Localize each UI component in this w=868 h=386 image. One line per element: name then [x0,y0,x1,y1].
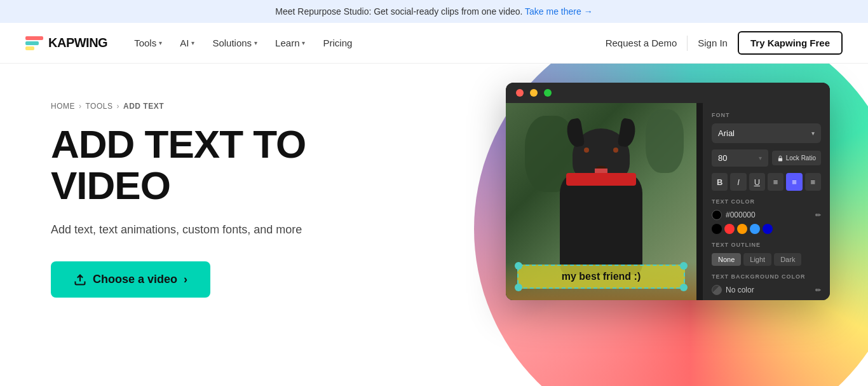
swatch-orange[interactable] [737,224,747,234]
font-label: FONT [712,112,821,118]
swatch-blue[interactable] [750,224,760,234]
dog-ear-right [617,118,637,148]
window-close-dot [516,89,524,97]
breadcrumb-current: ADD TEXT [123,102,164,111]
text-bg-color-section: TEXT BACKGROUND COLOR No color ✏ [712,273,821,295]
logo[interactable]: KAPWING [25,36,107,50]
nav-learn[interactable]: Learn ▾ [268,32,313,53]
navbar: KAPWING Tools ▾ AI ▾ Solutions ▾ Learn ▾… [0,23,868,64]
text-overlay[interactable]: my best friend :) [517,265,685,289]
swatch-black[interactable] [712,224,722,234]
nav-links: Tools ▾ AI ▾ Solutions ▾ Learn ▾ Pricing [126,32,606,53]
outline-buttons: None Light Dark [712,253,821,266]
format-row: B I U ≡ ≡ ≡ [712,173,821,191]
request-demo-link[interactable]: Request a Demo [606,38,677,48]
svg-rect-1 [778,158,782,161]
window-minimize-dot [530,89,538,97]
logo-icon [25,36,43,50]
font-selector[interactable]: Arial ▾ [712,123,821,143]
video-preview[interactable]: my best friend :) [506,103,696,300]
upload-icon [74,273,86,286]
dog-eye-left [584,148,589,153]
chevron-down-icon: ▾ [302,39,305,46]
dog-eye-right [613,148,618,153]
text-bg-label: TEXT BACKGROUND COLOR [712,273,821,280]
bg-color-row: No color ✏ [712,285,821,295]
font-size-input[interactable]: 80 ▾ [712,149,768,167]
breadcrumb-home[interactable]: HOME [51,102,75,111]
try-free-button[interactable]: Try Kapwing Free [738,31,843,55]
hex-value: #000000 [726,210,756,219]
nav-right: Request a Demo Sign In Try Kapwing Free [606,31,843,55]
editor-mockup: my best friend :) FONT Arial ▾ [506,83,830,300]
size-arrows: ▾ [759,155,762,162]
breadcrumb-sep2: › [116,102,119,111]
breadcrumb-sep: › [79,102,82,111]
eyedropper-icon-2[interactable]: ✏ [815,286,821,294]
underline-button[interactable]: U [749,173,765,191]
choose-video-button[interactable]: Choose a video › [51,261,210,298]
nav-divider [687,36,688,51]
top-banner: Meet Repurpose Studio: Get social-ready … [0,0,868,23]
page-title: ADD TEXT TO VIDEO [51,123,306,206]
window-expand-dot [544,89,552,97]
swatch-red[interactable] [724,224,735,234]
nav-ai[interactable]: AI ▾ [172,32,202,53]
text-color-section: TEXT COLOR #000000 ✏ [712,198,821,234]
no-color-swatch[interactable] [712,285,722,295]
bold-button[interactable]: B [712,173,728,191]
color-value-row: #000000 ✏ [712,210,821,220]
dog-body [560,173,642,275]
editor-content: my best friend :) FONT Arial ▾ [506,103,830,300]
breadcrumb-tools[interactable]: TOOLS [86,102,113,111]
handle-bl[interactable] [515,284,522,291]
color-swatch-black[interactable] [712,210,722,220]
chevron-down-icon: ▾ [254,39,257,46]
eyedropper-icon[interactable]: ✏ [815,211,821,219]
align-left-button[interactable]: ≡ [768,173,783,191]
lock-ratio-button[interactable]: Lock Ratio [772,151,821,165]
banner-link[interactable]: Take me there → [525,6,593,17]
text-color-label: TEXT COLOR [712,198,821,205]
handle-br[interactable] [680,284,688,291]
color-swatches [712,224,821,234]
outline-light-button[interactable]: Light [743,253,771,266]
text-outline-section: TEXT OUTLINE None Light Dark [712,242,821,266]
no-color-text: No color [726,286,754,294]
nav-pricing[interactable]: Pricing [315,32,360,53]
bandana [566,173,636,186]
hero-description: Add text, text animations, custom fonts,… [51,221,306,238]
banner-text: Meet Repurpose Studio: Get social-ready … [275,6,522,17]
hero-section: HOME › TOOLS › ADD TEXT ADD TEXT TO VIDE… [0,64,868,386]
size-row: 80 ▾ Lock Ratio [712,149,821,167]
align-right-button[interactable]: ≡ [805,173,821,191]
logo-text: KAPWING [48,36,107,50]
sign-in-link[interactable]: Sign In [698,38,728,48]
swatch-darkblue[interactable] [763,224,773,234]
align-center-button[interactable]: ≡ [786,173,802,191]
editor-titlebar [506,83,830,103]
text-outline-label: TEXT OUTLINE [712,242,821,248]
breadcrumb: HOME › TOOLS › ADD TEXT [51,102,306,111]
chevron-down-icon: ▾ [159,39,162,46]
outline-dark-button[interactable]: Dark [774,253,801,266]
italic-button[interactable]: I [730,173,746,191]
outline-none-button[interactable]: None [712,253,741,266]
font-panel: FONT Arial ▾ 80 ▾ Lock Ratio [703,103,830,300]
nav-solutions[interactable]: Solutions ▾ [205,32,265,53]
lock-icon [777,155,783,162]
chevron-down-icon: ▾ [811,130,815,137]
chevron-right-icon: › [184,273,187,286]
handle-tl[interactable] [515,262,522,270]
chevron-down-icon: ▾ [191,39,194,46]
editor-frame: my best friend :) FONT Arial ▾ [506,83,830,300]
nav-tools[interactable]: Tools ▾ [126,32,170,53]
hero-left: HOME › TOOLS › ADD TEXT ADD TEXT TO VIDE… [0,64,344,386]
foliage-right [646,109,684,173]
handle-tr[interactable] [680,262,688,270]
